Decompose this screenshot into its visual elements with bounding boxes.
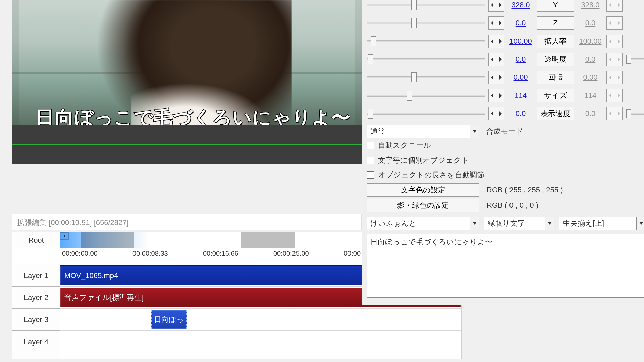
check-auto-length-row[interactable]: オブジェクトの長さを自動調節 bbox=[367, 168, 644, 182]
prop-slider[interactable] bbox=[367, 73, 485, 82]
stepper-left-icon[interactable] bbox=[488, 89, 496, 102]
ruler-tick: 00:00:08.33 bbox=[132, 250, 168, 257]
prop-label-button[interactable]: サイズ bbox=[537, 89, 574, 102]
check-auto-scroll-row[interactable]: 自動スクロール bbox=[367, 138, 644, 153]
stepper-right-icon[interactable] bbox=[614, 89, 623, 102]
stepper-left-icon[interactable] bbox=[488, 71, 496, 84]
stepper-right-icon[interactable] bbox=[496, 16, 504, 30]
stepper-right-icon[interactable] bbox=[496, 53, 504, 66]
layer-label-3[interactable]: Layer 3 bbox=[12, 309, 60, 331]
prop-slider[interactable] bbox=[367, 109, 485, 118]
prop-row-透明度: 0.0透明度0.0 bbox=[367, 50, 644, 68]
prop-value-start[interactable]: 0.0 bbox=[508, 109, 533, 118]
stepper-left-icon[interactable] bbox=[606, 89, 614, 102]
prop-label-button[interactable]: 回転 bbox=[537, 71, 574, 84]
stepper-right-icon[interactable] bbox=[496, 89, 504, 102]
prop-label-button[interactable]: Y bbox=[537, 0, 574, 12]
prop-value-start[interactable]: 328.0 bbox=[508, 1, 533, 9]
prop-slider[interactable] bbox=[367, 91, 485, 100]
text-color-rgb: RGB ( 255 , 255 , 255 ) bbox=[487, 186, 563, 194]
stepper-left-icon[interactable] bbox=[606, 71, 614, 84]
prop-row-回転: 0.00回転0.00 bbox=[367, 68, 644, 86]
stepper-left-icon[interactable] bbox=[606, 107, 614, 120]
stepper-right-icon[interactable] bbox=[496, 35, 504, 48]
layer-track-3[interactable]: 日向ぼっ bbox=[60, 309, 461, 331]
style-select-value: 縁取り文字 bbox=[484, 218, 545, 228]
stepper-right-icon[interactable] bbox=[614, 35, 623, 48]
prop-label-button[interactable]: 透明度 bbox=[537, 53, 574, 66]
stepper-left-icon[interactable] bbox=[606, 53, 614, 66]
prop-value-end[interactable]: 328.0 bbox=[578, 1, 603, 9]
prop-slider[interactable] bbox=[367, 19, 485, 27]
stepper-right-icon[interactable] bbox=[614, 16, 623, 30]
prop-value-start[interactable]: 100.00 bbox=[508, 37, 533, 46]
ruler-tick: 00:00 bbox=[344, 250, 361, 257]
prop-value-end[interactable]: 0.0 bbox=[578, 55, 603, 64]
prop-label-button[interactable]: 拡大率 bbox=[537, 35, 574, 48]
chevron-down-icon bbox=[470, 217, 479, 230]
stepper-right-icon[interactable] bbox=[496, 107, 504, 120]
check-label: オブジェクトの長さを自動調節 bbox=[378, 170, 484, 180]
shadow-color-button[interactable]: 影・緑色の設定 bbox=[367, 199, 479, 212]
layer-track-4[interactable] bbox=[60, 331, 461, 353]
check-label: 文字毎に個別オブジェクト bbox=[378, 155, 469, 165]
stepper-right-icon[interactable] bbox=[614, 107, 623, 120]
font-select[interactable]: けいふぉんと bbox=[367, 217, 479, 230]
prop-value-start[interactable]: 0.0 bbox=[508, 55, 533, 64]
stepper-left-icon[interactable] bbox=[488, 0, 496, 12]
prop-row-表示速度: 0.0表示速度0.0 bbox=[367, 105, 644, 123]
stepper-right-icon[interactable] bbox=[496, 0, 504, 12]
checkbox-icon[interactable] bbox=[367, 142, 374, 149]
prop-slider[interactable] bbox=[367, 55, 485, 64]
checkbox-icon[interactable] bbox=[367, 157, 374, 164]
prop-slider[interactable] bbox=[367, 1, 485, 9]
prop-row-Y: 328.0Y328.0 bbox=[367, 0, 644, 14]
stepper-right-icon[interactable] bbox=[614, 53, 623, 66]
style-select[interactable]: 縁取り文字 bbox=[484, 217, 554, 230]
layer-track-5[interactable] bbox=[60, 353, 461, 359]
stepper-left-icon[interactable] bbox=[606, 0, 614, 12]
prop-value-start[interactable]: 114 bbox=[508, 91, 533, 100]
timeline-window-title: 拡張編集 [00:00:10.91] [656/2827] bbox=[12, 214, 362, 230]
stepper-left-icon[interactable] bbox=[606, 35, 614, 48]
stepper-left-icon[interactable] bbox=[488, 53, 496, 66]
prop-value-end[interactable]: 0.00 bbox=[578, 73, 603, 82]
align-select[interactable]: 中央揃え[上] bbox=[559, 217, 644, 230]
stepper-left-icon[interactable] bbox=[488, 16, 496, 30]
timeline-root-button[interactable]: Root bbox=[12, 232, 60, 248]
checkbox-icon[interactable] bbox=[367, 171, 374, 179]
subtitle-text-input[interactable] bbox=[367, 234, 644, 298]
layer-label-1[interactable]: Layer 1 bbox=[12, 264, 60, 287]
text-color-button[interactable]: 文字色の設定 bbox=[367, 183, 479, 197]
clip-text[interactable]: 日向ぼっ bbox=[151, 310, 187, 329]
blend-mode-select[interactable]: 通常 bbox=[367, 125, 479, 138]
stepper-right-icon[interactable] bbox=[496, 71, 504, 84]
video-preview: 日向ぼっこで毛づくろいにゃりよ〜 bbox=[12, 0, 362, 164]
layer-label-5[interactable] bbox=[12, 353, 60, 359]
stepper-left-icon[interactable] bbox=[488, 35, 496, 48]
prop-value-start[interactable]: 0.00 bbox=[508, 73, 533, 82]
audio-waveform-strip bbox=[12, 125, 362, 164]
layer-label-2[interactable]: Layer 2 bbox=[12, 287, 60, 309]
stepper-left-icon[interactable] bbox=[606, 16, 614, 30]
prop-slider-end[interactable] bbox=[626, 109, 644, 118]
stepper-right-icon[interactable] bbox=[614, 0, 623, 12]
prop-slider[interactable] bbox=[367, 37, 485, 46]
prop-value-end[interactable]: 114 bbox=[578, 91, 603, 100]
prop-row-Z: 0.0Z0.0 bbox=[367, 14, 644, 32]
check-per-char-row[interactable]: 文字毎に個別オブジェクト bbox=[367, 153, 644, 168]
stepper-right-icon[interactable] bbox=[614, 71, 623, 84]
prop-label-button[interactable]: 表示速度 bbox=[537, 107, 574, 120]
prop-slider-end[interactable] bbox=[626, 55, 644, 64]
properties-panel: 328.0Y328.00.0Z0.0100.00拡大率100.000.0透明度0… bbox=[362, 0, 644, 305]
blend-mode-label: 合成モード bbox=[486, 126, 524, 136]
align-select-value: 中央揃え[上] bbox=[559, 218, 636, 228]
layer-label-4[interactable]: Layer 4 bbox=[12, 331, 60, 353]
stepper-left-icon[interactable] bbox=[488, 107, 496, 120]
prop-value-end[interactable]: 100.00 bbox=[578, 37, 603, 46]
prop-value-start[interactable]: 0.0 bbox=[508, 19, 533, 27]
prop-value-end[interactable]: 0.0 bbox=[578, 109, 603, 118]
prop-label-button[interactable]: Z bbox=[537, 16, 574, 30]
ruler-tick: 00:00:00.00 bbox=[62, 250, 98, 257]
prop-value-end[interactable]: 0.0 bbox=[578, 19, 603, 27]
